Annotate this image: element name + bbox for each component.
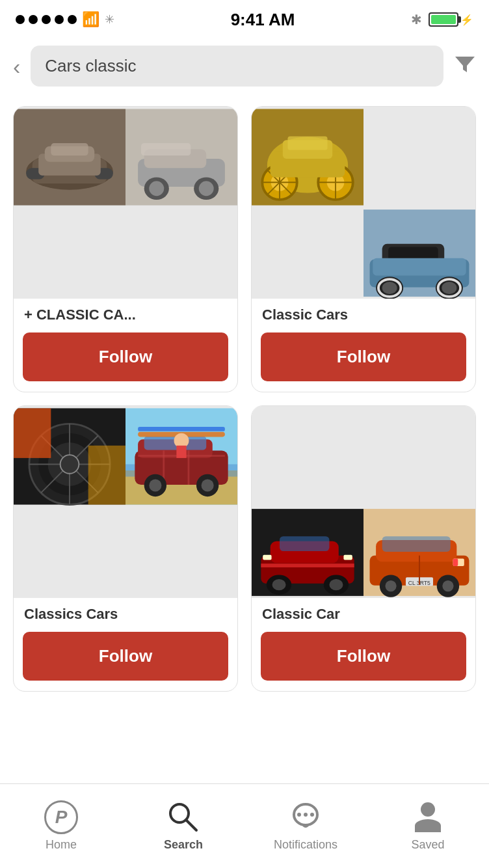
status-time: 9:41 AM	[231, 10, 295, 30]
nav-label-home: Home	[46, 838, 77, 852]
signal-dots	[16, 15, 77, 24]
search-input[interactable]	[31, 46, 443, 87]
loading-icon: ✳	[105, 12, 114, 27]
nav-item-home[interactable]: P Home	[0, 794, 122, 858]
wifi-icon: 📶	[82, 11, 99, 28]
svg-rect-94	[453, 559, 458, 566]
board-card[interactable]: Classics Cars Follow	[13, 405, 238, 692]
board-title: Classic Car	[262, 606, 340, 623]
board-title: Classics Cars	[24, 606, 118, 623]
svg-rect-68	[138, 427, 225, 431]
board-image-4: CL 3RT5	[363, 507, 475, 598]
svg-rect-31	[287, 136, 327, 150]
board-info: Classics Cars	[14, 598, 237, 627]
board-image-1	[14, 107, 126, 208]
nav-label-search: Search	[164, 838, 203, 852]
board-image-2	[126, 406, 237, 507]
status-right: ✱ ⚡	[411, 12, 473, 27]
board-image-4	[363, 208, 475, 299]
svg-rect-52	[88, 446, 126, 505]
svg-rect-80	[343, 555, 352, 560]
svg-point-13	[149, 181, 164, 196]
board-card[interactable]: Classic Cars Follow	[251, 106, 476, 392]
svg-rect-42	[373, 258, 466, 276]
svg-point-98	[297, 813, 301, 817]
svg-rect-62	[188, 450, 190, 485]
svg-rect-70	[176, 446, 186, 458]
board-image-2	[363, 406, 475, 507]
board-image-3	[14, 208, 126, 299]
svg-point-79	[329, 579, 343, 590]
board-title: Classic Cars	[262, 306, 348, 323]
svg-point-15	[199, 181, 214, 196]
board-info: Classic Cars	[252, 299, 475, 327]
board-image-2	[126, 107, 237, 208]
nav-label-notifications: Notifications	[274, 838, 337, 852]
svg-rect-51	[14, 408, 51, 457]
saved-icon	[411, 800, 445, 834]
svg-rect-16	[141, 143, 191, 156]
board-card[interactable]: CL 3RT5 Classic Car Follow	[251, 405, 476, 692]
bluetooth-icon: ✱	[411, 12, 422, 27]
svg-point-77	[272, 579, 286, 590]
bolt-icon: ⚡	[460, 14, 473, 26]
svg-point-100	[310, 813, 314, 817]
svg-point-89	[442, 580, 453, 591]
board-title: + CLASSIC CA...	[24, 306, 136, 323]
board-images: CL 3RT5	[252, 406, 475, 598]
follow-button-4[interactable]: Follow	[261, 632, 466, 681]
board-image-3	[252, 507, 363, 598]
board-image-1	[252, 406, 363, 507]
svg-rect-8	[51, 143, 88, 156]
bottom-nav: P Home Search Notifications	[0, 783, 489, 868]
board-image-3	[252, 208, 363, 299]
follow-button-1[interactable]: Follow	[23, 332, 228, 381]
board-image-2	[363, 107, 475, 208]
board-image-1	[252, 107, 363, 208]
svg-point-39	[442, 282, 456, 294]
filter-button[interactable]	[454, 53, 476, 80]
status-bar: 📶 ✳ 9:41 AM ✱ ⚡	[0, 0, 489, 39]
board-card[interactable]: + CLASSIC CA... Follow	[13, 106, 238, 392]
svg-point-87	[385, 580, 396, 591]
svg-rect-75	[261, 563, 354, 567]
svg-marker-0	[455, 57, 475, 72]
board-info: Classic Car	[252, 598, 475, 627]
svg-rect-85	[382, 536, 451, 552]
status-left: 📶 ✳	[16, 11, 114, 28]
search-bar-row: ‹	[0, 39, 489, 100]
board-images	[252, 107, 475, 299]
board-images	[14, 406, 237, 598]
svg-point-64	[149, 479, 161, 491]
board-info: + CLASSIC CA...	[14, 299, 237, 327]
svg-rect-74	[280, 536, 329, 551]
notifications-icon	[289, 800, 323, 834]
nav-item-notifications[interactable]: Notifications	[244, 794, 367, 858]
nav-label-saved: Saved	[411, 838, 444, 852]
board-image-1	[14, 406, 126, 507]
board-image-3	[14, 507, 126, 598]
board-images	[14, 107, 237, 299]
svg-point-66	[202, 479, 214, 491]
follow-button-2[interactable]: Follow	[261, 332, 466, 381]
board-image-4	[126, 507, 237, 598]
svg-point-37	[382, 282, 397, 294]
board-image-4	[126, 208, 237, 299]
home-icon: P	[44, 800, 78, 834]
svg-rect-81	[263, 555, 271, 560]
boards-grid: + CLASSIC CA... Follow	[0, 100, 489, 705]
battery: ⚡	[429, 12, 473, 27]
nav-item-saved[interactable]: Saved	[367, 794, 489, 858]
svg-point-53	[60, 455, 79, 474]
nav-item-search[interactable]: Search	[122, 794, 244, 858]
search-icon	[166, 800, 200, 834]
svg-point-99	[304, 813, 308, 817]
follow-button-3[interactable]: Follow	[23, 632, 228, 681]
svg-line-96	[186, 820, 196, 830]
back-button[interactable]: ‹	[13, 55, 20, 77]
